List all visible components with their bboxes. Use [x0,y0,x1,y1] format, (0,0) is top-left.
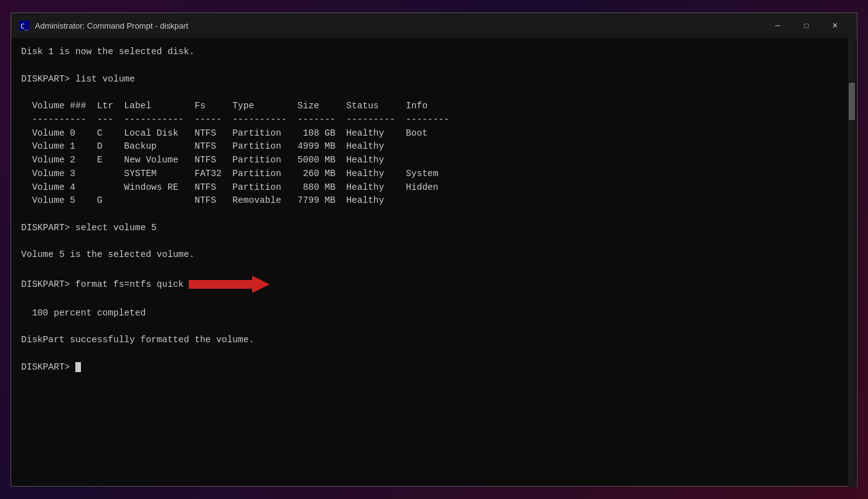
term-line-blank3 [21,208,847,222]
term-line-vol2: Volume 2 E New Volume NTFS Partition 500… [21,154,847,167]
term-line-vol4: Volume 4 Windows RE NTFS Partition 880 M… [21,181,847,195]
format-cmd-text: DISKPART> format fs=ntfs quick [21,279,184,289]
term-line-list-cmd: DISKPART> list volume [21,73,847,86]
term-line-blank2 [21,86,847,100]
term-line-format-cmd: DISKPART> format fs=ntfs quick [21,276,847,293]
cmd-window: C_ Administrator: Command Prompt - diskp… [11,12,857,487]
term-line-blank7 [21,320,847,333]
term-line-sep: ---------- --- ----------- ----- -------… [21,113,847,127]
scrollbar[interactable] [848,38,856,487]
term-line-vol1: Volume 1 D Backup NTFS Partition 4999 MB… [21,140,847,154]
window-controls: ─ □ ✕ [763,13,849,38]
cursor-blink [75,362,81,372]
term-line-percent: 100 percent completed [21,307,847,320]
term-line-final-prompt: DISKPART> [21,361,847,375]
term-line-header: Volume ### Ltr Label Fs Type Size Status… [21,100,847,113]
term-line-vol0: Volume 0 C Local Disk NTFS Partition 108… [21,127,847,141]
term-line-select-result: Volume 5 is the selected volume. [21,248,847,262]
cmd-icon: C_ [19,20,30,31]
window-title: Administrator: Command Prompt - diskpart [35,21,763,30]
close-button[interactable]: ✕ [821,13,849,38]
maximize-button[interactable]: □ [792,13,821,38]
term-line-vol5: Volume 5 G NTFS Removable 7799 MB Health… [21,194,847,208]
term-line-blank1 [21,59,847,73]
term-line-blank4 [21,235,847,249]
term-line-blank8 [21,347,847,361]
term-line-disk-selected: Disk 1 is now the selected disk. [21,45,847,59]
title-bar: C_ Administrator: Command Prompt - diskp… [11,13,857,38]
scrollbar-thumb[interactable] [849,83,855,120]
svg-text:C_: C_ [21,22,29,30]
term-line-vol3: Volume 3 SYSTEM FAT32 Partition 260 MB H… [21,167,847,181]
minimize-button[interactable]: ─ [763,13,792,38]
red-arrow-icon [189,276,270,293]
term-line-blank5 [21,262,847,276]
term-line-select-cmd: DISKPART> select volume 5 [21,222,847,235]
term-line-blank6 [21,293,847,307]
terminal-body[interactable]: Disk 1 is now the selected disk. DISKPAR… [11,38,857,486]
term-line-format-result: DiskPart successfully formatted the volu… [21,333,847,347]
final-prompt-text: DISKPART> [21,362,75,372]
